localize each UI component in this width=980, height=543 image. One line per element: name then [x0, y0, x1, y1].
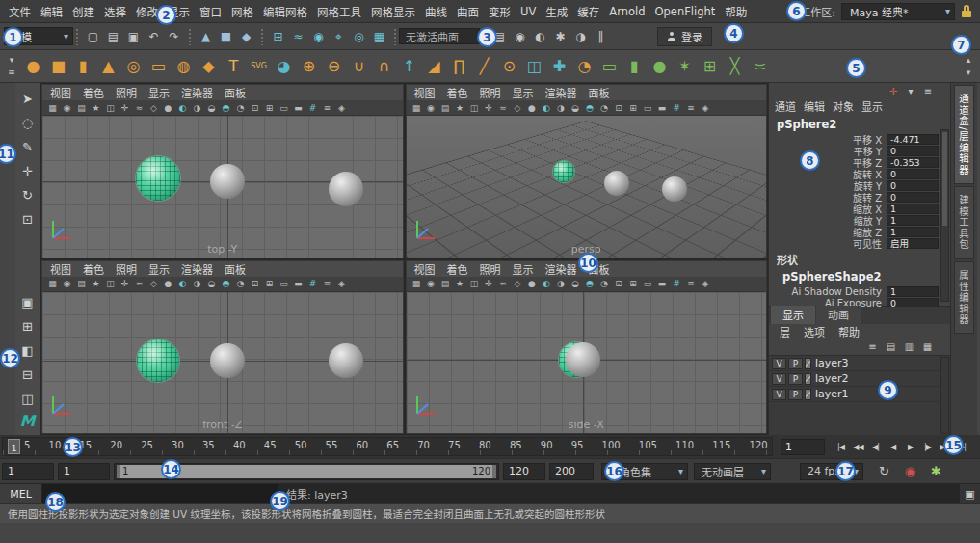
channel-stats-icon[interactable]: ▾	[904, 85, 917, 97]
scrollbar-thumb[interactable]	[942, 132, 947, 226]
poly-disc-icon[interactable]: ◍	[172, 54, 196, 79]
lock-camera-icon[interactable]: ◉	[424, 277, 438, 290]
menu-item[interactable]: 缓存	[572, 4, 604, 19]
extrude-icon[interactable]: ↑	[397, 54, 421, 79]
target-weld-icon[interactable]: ⊙	[497, 54, 521, 79]
menu-item[interactable]: 编辑	[36, 4, 67, 19]
command-mode-toggle[interactable]: MEL	[0, 484, 42, 503]
grid-display-icon[interactable]: #	[305, 101, 320, 115]
viewport-menu-item[interactable]: 视图	[44, 85, 77, 100]
image-plane-icon[interactable]: ◫	[467, 101, 482, 115]
script-editor-icon[interactable]: ▣	[959, 484, 980, 503]
layer-editor-menu-item[interactable]: 选项	[797, 324, 832, 339]
layer-color-swatch[interactable]	[805, 373, 811, 385]
shadows-icon[interactable]: ◒	[569, 101, 583, 115]
screen-space-ao-icon[interactable]: ◓	[583, 277, 597, 290]
oversampling-icon[interactable]: ≈	[132, 277, 146, 290]
viewport-menu-item[interactable]: 显示	[507, 261, 540, 277]
menu-item[interactable]: 网格工具	[312, 4, 366, 19]
command-output[interactable]: 结果: layer3	[278, 484, 959, 503]
sphere-object[interactable]	[329, 172, 363, 206]
viewport-canvas[interactable]: front -Z	[42, 292, 403, 434]
camera-attributes-icon[interactable]: ▤	[438, 277, 453, 290]
poly-plane-icon[interactable]: ▭	[146, 54, 171, 79]
layer-editor-menu-item[interactable]: 层	[773, 324, 797, 339]
shadows-icon[interactable]: ◒	[569, 277, 583, 290]
textured-display-icon[interactable]: ◐	[175, 277, 190, 290]
wireframe-display-icon[interactable]: ◇	[511, 277, 525, 290]
selected-sphere-object[interactable]	[136, 156, 180, 201]
viewport-menu-item[interactable]: 照明	[474, 261, 507, 277]
snap-curve-icon[interactable]: ≈	[289, 27, 307, 45]
pause-viewport-icon[interactable]: ‖	[592, 27, 610, 45]
layer-name[interactable]: layer3	[813, 357, 849, 369]
step-back-key-button[interactable]: ◀|	[867, 439, 884, 454]
gate-mask-icon[interactable]: ▬	[291, 101, 305, 115]
go-to-start-button[interactable]: |◀	[833, 439, 849, 454]
motion-blur-icon[interactable]: ◔	[597, 277, 612, 290]
gate-mask-icon[interactable]: ▬	[655, 277, 670, 290]
motion-blur-icon[interactable]: ◔	[233, 101, 248, 115]
viewport-menu-item[interactable]: 照明	[474, 85, 507, 100]
channel-value-field[interactable]: 1	[887, 227, 939, 237]
menu-item[interactable]: 生成	[541, 4, 572, 19]
viewport-menu-item[interactable]: 着色	[77, 261, 110, 277]
isolate-select-icon[interactable]: ⊡	[612, 101, 626, 115]
workspace-dropdown[interactable]: Maya 经典* ▾	[841, 3, 955, 20]
layer-visibility-toggle[interactable]: V	[772, 373, 786, 385]
new-empty-layer-icon[interactable]: ▤	[884, 340, 898, 354]
viewport-persp[interactable]: 视图着色照明显示渲染器面板 ▦◉▤★◫✛≈◇●◐◑◒◓◔⊡⊞▭▬#≡◈ pers…	[406, 84, 768, 258]
mirror-icon[interactable]: ◫	[522, 54, 546, 79]
image-plane-icon[interactable]: ◫	[467, 277, 482, 290]
sphere-object[interactable]	[662, 176, 687, 202]
motion-blur-icon[interactable]: ◔	[597, 101, 612, 115]
multi-cut-icon[interactable]: ╱	[472, 54, 496, 79]
layer-editor-menu-item[interactable]: 帮助	[832, 324, 866, 339]
poly-text-icon[interactable]: T	[222, 54, 246, 79]
current-time-marker[interactable]: 1	[8, 439, 20, 454]
viewport-menu-item[interactable]: 着色	[441, 85, 474, 100]
viewport-menu-item[interactable]: 照明	[110, 261, 143, 277]
snap-grid-icon[interactable]: ⊞	[269, 27, 287, 45]
smooth-shade-icon[interactable]: ●	[161, 277, 175, 290]
field-chart-icon[interactable]: ⊞	[262, 277, 277, 290]
motion-blur-icon[interactable]: ◔	[233, 277, 248, 290]
layer-color-swatch[interactable]	[805, 389, 811, 400]
poly-cylinder-icon[interactable]: ▮	[71, 54, 95, 79]
resolution-gate-icon[interactable]: ▭	[641, 277, 655, 290]
render-current-frame-icon[interactable]: ◉	[511, 27, 529, 45]
play-forwards-button[interactable]: ▶	[902, 439, 918, 454]
playback-end-field[interactable]: 120	[503, 463, 545, 480]
channel-value-field[interactable]: 1	[887, 204, 939, 214]
open-scene-icon[interactable]: ▤	[104, 27, 122, 45]
shelf-menu-icon[interactable]: ≡	[6, 67, 17, 78]
spherical-mapping-icon[interactable]: ●	[648, 54, 672, 79]
layer-row[interactable]: V P layer1	[769, 387, 940, 402]
play-backwards-button[interactable]: ◀	[885, 439, 901, 454]
viewport-menu-item[interactable]: 面板	[219, 261, 252, 277]
hud-icon[interactable]: ≡	[320, 277, 334, 290]
current-frame-field[interactable]: 1	[781, 439, 825, 455]
viewport-menu-item[interactable]: 显示	[143, 261, 175, 277]
sew-uv-edges-icon[interactable]: ≍	[748, 54, 772, 79]
step-back-frame-button[interactable]: ◀◀	[850, 439, 866, 454]
layer-row[interactable]: V P layer3	[769, 356, 940, 371]
sphere-object[interactable]	[566, 342, 600, 377]
use-all-lights-icon[interactable]: ◑	[190, 277, 204, 290]
menu-item[interactable]: 文件	[4, 4, 36, 19]
snap-projected-center-icon[interactable]: ⌖	[330, 27, 348, 45]
hud-icon[interactable]: ≡	[320, 101, 334, 115]
planar-mapping-icon[interactable]: ▭	[597, 54, 622, 79]
range-start-handle[interactable]: 1	[122, 466, 128, 476]
single-pane-layout-button[interactable]: ▣	[17, 291, 39, 312]
layer-name[interactable]: layer1	[813, 388, 849, 400]
poly-torus-icon[interactable]: ◎	[121, 54, 146, 79]
menu-item[interactable]: 变形	[484, 4, 516, 19]
layer-playback-toggle[interactable]: P	[788, 373, 803, 385]
viewport-menu-item[interactable]: 视图	[44, 261, 77, 277]
viewport-menu-item[interactable]: 渲染器	[540, 85, 583, 100]
two-pane-stacked-layout-button[interactable]: ⊟	[17, 364, 39, 385]
layer-color-swatch[interactable]	[805, 358, 811, 369]
channel-value-field[interactable]: -0.353	[887, 157, 939, 168]
channel-label[interactable]: 可见性	[769, 236, 887, 251]
